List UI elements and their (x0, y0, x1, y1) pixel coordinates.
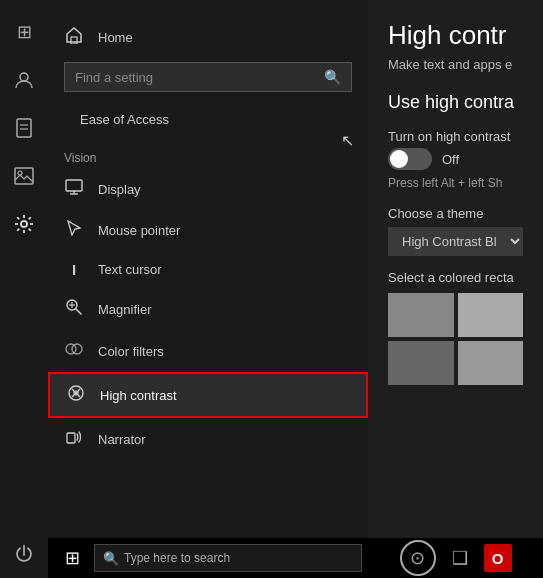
search-icon: 🔍 (324, 69, 341, 85)
colored-rect-label: Select a colored recta (388, 270, 523, 285)
search-box: 🔍 (64, 62, 352, 92)
task-view-icon[interactable]: ❑ (452, 547, 468, 569)
taskbar-search-label: Type here to search (124, 551, 230, 565)
sidebar-item-high-contrast[interactable]: High contrast (48, 372, 368, 418)
text-cursor-label: Text cursor (98, 262, 162, 277)
display-label: Display (98, 182, 141, 197)
page-subtitle: Make text and apps e (388, 57, 523, 72)
cortana-icon[interactable]: ⊙ (400, 540, 436, 576)
magnifier-icon (64, 298, 84, 320)
theme-dropdown[interactable]: High Contrast Black (388, 227, 523, 256)
svg-point-6 (21, 221, 27, 227)
high-contrast-label: High contrast (100, 388, 177, 403)
sidebar-item-magnifier[interactable]: Magnifier (48, 288, 368, 330)
search-input[interactable] (75, 70, 324, 85)
vision-section-label: Vision (48, 139, 368, 169)
svg-rect-4 (15, 168, 33, 184)
svg-point-16 (72, 344, 82, 354)
sidebar-item-mouse-pointer[interactable]: Mouse pointer (48, 209, 368, 251)
home-label: Home (98, 30, 133, 45)
svg-rect-8 (66, 180, 82, 191)
documents-icon[interactable] (0, 104, 48, 152)
high-contrast-toggle[interactable] (388, 148, 432, 170)
user-account-icon[interactable] (0, 56, 48, 104)
sidebar-header: Home 🔍 Ease of Access (48, 0, 368, 139)
color-filters-label: Color filters (98, 344, 164, 359)
section-heading: Use high contra (388, 92, 523, 113)
text-cursor-icon: I (64, 261, 84, 278)
taskbar-right: ⊙ ❑ O (368, 538, 543, 578)
windows-taskbar-icon[interactable]: ⊞ (52, 538, 92, 578)
page-title: High contr (388, 20, 523, 51)
home-nav-item[interactable]: Home (64, 16, 352, 58)
svg-rect-21 (67, 433, 75, 443)
icon-bar: ⊞ (0, 0, 48, 578)
svg-rect-7 (71, 37, 77, 44)
home-icon (64, 26, 84, 48)
sidebar: Home 🔍 Ease of Access ↖ Vision Display M… (48, 0, 368, 578)
taskbar-search-icon: 🔍 (103, 551, 119, 566)
taskbar-left: ⊞ 🔍 Type here to search (48, 538, 368, 578)
settings-gear-icon[interactable] (0, 200, 48, 248)
svg-point-15 (66, 344, 76, 354)
color-grid (388, 293, 523, 385)
sidebar-item-narrator[interactable]: Narrator (48, 418, 368, 460)
svg-rect-1 (17, 119, 31, 137)
sidebar-item-text-cursor[interactable]: I Text cursor (48, 251, 368, 288)
hint-text: Press left Alt + left Sh (388, 176, 523, 190)
high-contrast-icon (66, 384, 86, 406)
taskbar-search-box[interactable]: 🔍 Type here to search (94, 544, 362, 572)
office-icon[interactable]: O (484, 544, 512, 572)
choose-theme-label: Choose a theme (388, 206, 523, 221)
magnifier-label: Magnifier (98, 302, 151, 317)
toggle-section-label: Turn on high contrast (388, 129, 523, 144)
mouse-pointer-label: Mouse pointer (98, 223, 180, 238)
images-icon[interactable] (0, 152, 48, 200)
sidebar-item-display[interactable]: Display (48, 169, 368, 209)
sidebar-section-title: Ease of Access (64, 104, 352, 131)
color-cell-0[interactable] (388, 293, 454, 337)
main-content: High contr Make text and apps e Use high… (368, 0, 543, 578)
narrator-label: Narrator (98, 432, 146, 447)
power-icon[interactable] (0, 530, 48, 578)
narrator-icon (64, 428, 84, 450)
svg-point-0 (20, 73, 28, 81)
sidebar-item-color-filters[interactable]: Color filters (48, 330, 368, 372)
color-cell-1[interactable] (458, 293, 524, 337)
color-cell-2[interactable] (388, 341, 454, 385)
svg-line-12 (76, 309, 81, 314)
mouse-pointer-icon (64, 219, 84, 241)
toggle-state-label: Off (442, 152, 459, 167)
color-cell-3[interactable] (458, 341, 524, 385)
color-filters-icon (64, 340, 84, 362)
display-icon (64, 179, 84, 199)
windows-start-icon[interactable]: ⊞ (0, 8, 48, 56)
